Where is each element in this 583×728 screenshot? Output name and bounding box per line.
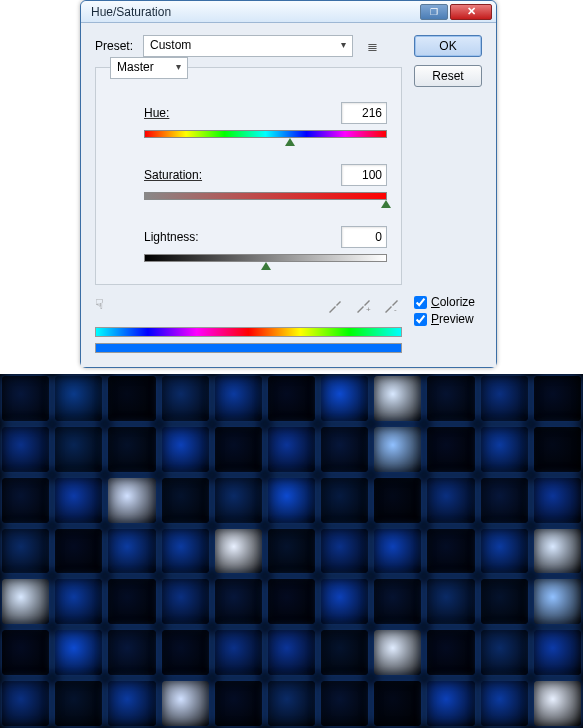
- window-restore-button[interactable]: ❐: [420, 4, 448, 20]
- preview-checkbox-row[interactable]: Preview: [414, 312, 482, 326]
- grid-cell: [108, 579, 155, 624]
- preset-label: Preset:: [95, 39, 133, 53]
- grid-cell: [162, 630, 209, 675]
- grid-cell: [534, 579, 581, 624]
- grid-cell: [268, 681, 315, 726]
- grid-cell: [215, 478, 262, 523]
- hue-input[interactable]: [341, 102, 387, 124]
- window-close-button[interactable]: ✕: [450, 4, 492, 20]
- grid-cell: [427, 529, 474, 574]
- svg-text:+: +: [366, 305, 371, 314]
- grid-cell: [162, 478, 209, 523]
- channel-value: Master: [117, 60, 154, 74]
- grid-cell: [55, 427, 102, 472]
- grid-cell: [268, 529, 315, 574]
- grid-cell: [534, 630, 581, 675]
- lightness-row: Lightness:: [104, 226, 393, 262]
- preset-value: Custom: [150, 38, 191, 52]
- grid-cell: [108, 529, 155, 574]
- grid-cell: [108, 376, 155, 421]
- saturation-input[interactable]: [341, 164, 387, 186]
- preset-menu-icon[interactable]: ≣: [363, 37, 381, 55]
- saturation-label: Saturation:: [144, 168, 202, 182]
- grid-cell: [215, 427, 262, 472]
- grid-cell: [321, 427, 368, 472]
- grid-cell: [268, 630, 315, 675]
- preview-checkbox[interactable]: [414, 313, 427, 326]
- grid-cell: [215, 376, 262, 421]
- eyedropper-icon[interactable]: [324, 295, 346, 317]
- lightness-label: Lightness:: [144, 230, 199, 244]
- titlebar[interactable]: Hue/Saturation ❐ ✕: [81, 1, 496, 23]
- grid-cell: [55, 630, 102, 675]
- hand-tool-icon[interactable]: ☟: [95, 296, 115, 316]
- eyedropper-add-icon[interactable]: +: [352, 295, 374, 317]
- saturation-track[interactable]: [144, 192, 387, 200]
- grid-cell: [427, 630, 474, 675]
- grid-cell: [2, 478, 49, 523]
- colorize-checkbox-row[interactable]: Colorize: [414, 295, 482, 309]
- colorize-label: Colorize: [431, 295, 475, 309]
- grid-cell: [2, 579, 49, 624]
- grid-cell: [108, 681, 155, 726]
- grid-cell: [2, 630, 49, 675]
- grid-cell: [534, 478, 581, 523]
- grid-cell: [534, 427, 581, 472]
- hue-label: Hue:: [144, 106, 169, 120]
- grid-cell: [481, 478, 528, 523]
- grid-cell: [108, 427, 155, 472]
- hue-track[interactable]: [144, 130, 387, 138]
- adjust-group: Master Hue:: [95, 67, 402, 285]
- grid-cell: [374, 630, 421, 675]
- grid-cell: [481, 579, 528, 624]
- grid-cell: [162, 427, 209, 472]
- grid-cell: [55, 376, 102, 421]
- grid-cell: [2, 681, 49, 726]
- grid-cell: [374, 478, 421, 523]
- grid-cell: [2, 427, 49, 472]
- lightness-thumb[interactable]: [261, 262, 271, 270]
- grid-cell: [374, 376, 421, 421]
- lightness-track[interactable]: [144, 254, 387, 262]
- grid-cell: [321, 630, 368, 675]
- grid-cell: [481, 681, 528, 726]
- grid-cell: [427, 681, 474, 726]
- preview-label: Preview: [431, 312, 474, 326]
- grid-cell: [162, 376, 209, 421]
- eyedropper-subtract-icon[interactable]: -: [380, 295, 402, 317]
- grid-cell: [374, 579, 421, 624]
- ok-button[interactable]: OK: [414, 35, 482, 57]
- grid-cell: [108, 478, 155, 523]
- grid-cell: [268, 427, 315, 472]
- grid-cell: [55, 681, 102, 726]
- grid-cell: [268, 579, 315, 624]
- grid-cell: [427, 579, 474, 624]
- grid-cell: [534, 681, 581, 726]
- preset-select[interactable]: Custom: [143, 35, 353, 57]
- grid-cell: [55, 529, 102, 574]
- dialog-body: Preset: Custom ≣ Master Hue:: [81, 23, 496, 367]
- grid-cell: [427, 478, 474, 523]
- grid-cell: [481, 630, 528, 675]
- saturation-row: Saturation:: [104, 164, 393, 200]
- grid-cell: [374, 529, 421, 574]
- channel-select[interactable]: Master: [110, 57, 188, 79]
- grid-cell: [215, 630, 262, 675]
- grid-cell: [162, 681, 209, 726]
- grid-cell: [55, 478, 102, 523]
- grid-cell: [481, 427, 528, 472]
- grid-cell: [108, 630, 155, 675]
- colorize-checkbox[interactable]: [414, 296, 427, 309]
- source-hue-bar: [95, 327, 402, 337]
- lightness-input[interactable]: [341, 226, 387, 248]
- saturation-thumb[interactable]: [381, 200, 391, 208]
- grid-cell: [321, 376, 368, 421]
- grid-cell: [321, 529, 368, 574]
- grid-cell: [534, 376, 581, 421]
- reset-button[interactable]: Reset: [414, 65, 482, 87]
- hue-thumb[interactable]: [285, 138, 295, 146]
- grid-cell: [268, 376, 315, 421]
- preview-image: [0, 374, 583, 728]
- right-column: OK Reset Colorize Preview: [414, 35, 482, 326]
- hue-row: Hue:: [104, 102, 393, 138]
